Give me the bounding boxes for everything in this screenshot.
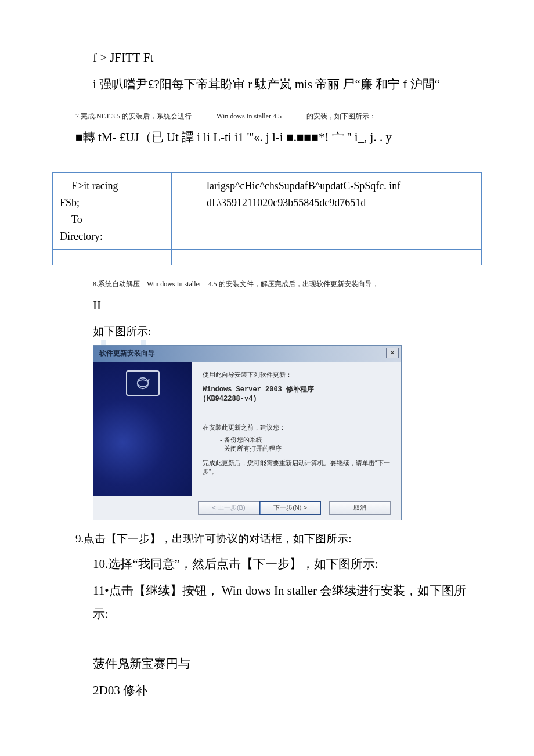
step-7-part-a: 7.完成.NET 3.5 的安装后，系统会进行 <box>75 112 192 120</box>
roman-numeral-ii: II <box>52 294 482 318</box>
cancel-button[interactable]: 取消 <box>329 501 391 515</box>
wizard-lead-text: 使用此向导安装下列软件更新： <box>203 370 391 379</box>
wizard-footer: < 上一步(B) 下一步(N) > 取消 <box>93 496 401 520</box>
step-8-part-a: 8.系统自动解压 <box>93 280 140 288</box>
garbled-tail-1: 菠件凫新宝赛円与 <box>52 653 482 676</box>
wizard-program-title: Windows Server 2003 修补程序 (KB942288-v4) <box>203 385 391 404</box>
wizard-note: 完成此更新后，您可能需要重新启动计算机。要继续，请单击“下一步”。 <box>203 459 391 476</box>
wizard-body: 使用此向导安装下列软件更新： Windows Server 2003 修补程序 … <box>93 362 401 496</box>
wizard-bullets: - 备份您的系统 - 关闭所有打开的程序 <box>203 435 391 453</box>
step-8-part-b: Win dows In staller <box>147 280 201 288</box>
back-button[interactable]: < 上一步(B) <box>198 501 259 515</box>
as-below-label: 如下图所示: <box>52 321 482 342</box>
wizard-titlebar: 软件更新安装向导 × <box>93 346 401 362</box>
step-8-part-c: 4.5 的安装文件，解压完成后，出现软件更新安装向导， <box>208 280 379 288</box>
update-wizard-window: 软件更新安装向导 × 使用此向导安装下列软件更新： <box>93 345 402 520</box>
next-button[interactable]: 下一步(N) > <box>259 501 321 515</box>
wizard-sidebar <box>93 362 192 496</box>
close-button[interactable]: × <box>386 348 399 358</box>
step-10: 10.选择“我同意”，然后点击【下一步】，如下图所示: <box>52 553 482 576</box>
cell-text: E>it racing <box>60 178 164 195</box>
garbled-line-1: f > JFITT Ft <box>52 46 482 70</box>
step-7-part-b: Win dows In staller 4.5 <box>217 112 282 120</box>
table-cell-right: larigsp^cHic^chsSupdafB^updatC-SpSqfc. i… <box>172 173 482 250</box>
wizard-bullet-2: - 关闭所有打开的程序 <box>220 444 391 453</box>
wizard-title: 软件更新安装向导 <box>99 349 155 357</box>
extract-table: E>it racing FSb; To Directory: larigsp^c… <box>52 172 482 265</box>
table-row <box>53 250 482 265</box>
wizard-content: 使用此向导安装下列软件更新： Windows Server 2003 修补程序 … <box>192 362 401 496</box>
table-row: E>it racing FSb; To Directory: larigsp^c… <box>53 173 482 250</box>
table-cell-empty <box>53 250 172 265</box>
step-11: 11•点击【继续】按钮， Win dows In staller 会继续进行安装… <box>52 579 482 626</box>
garbled-tail-2: 2D03 修补 <box>52 679 482 703</box>
step-7: 7.完成.NET 3.5 的安装后，系统会进行 Win dows In stal… <box>52 110 482 123</box>
cell-text: To <box>60 211 164 228</box>
cell-text: Directory: <box>60 231 103 242</box>
cell-text: FSb; <box>60 197 80 208</box>
step-7-part-c: 的安装，如下图所示： <box>306 112 376 120</box>
wizard-logo-icon <box>126 370 160 396</box>
garbled-line-2: i 强叭嚐尹£?阳每下帝茸盼审 r 駄产岚 mis 帝丽 尸“廉 和宁 f 沪間… <box>52 73 482 96</box>
wizard-bullet-1: - 备份您的系统 <box>220 435 391 444</box>
table-cell-left: E>it racing FSb; To Directory: <box>53 173 172 250</box>
step-8: 8.系统自动解压 Win dows In staller 4.5 的安装文件，解… <box>52 278 482 291</box>
step-9: 9.点击【下一步】，出现许可协议的对话框，如下图所示: <box>52 528 482 549</box>
wizard-hint: 在安装此更新之前，建议您： <box>203 423 391 432</box>
table-cell-empty <box>172 250 482 265</box>
garbled-line-3: ■轉 tM- £UJ（已 Ut 譚 i li L-ti i1 '''«. j l… <box>52 126 482 149</box>
cell-text: larigsp^cHic^chsSupdafB^updatC-SpSqfc. i… <box>207 180 400 192</box>
cell-text: dL\3591211020c93b55845dc9d7651d <box>207 197 366 208</box>
